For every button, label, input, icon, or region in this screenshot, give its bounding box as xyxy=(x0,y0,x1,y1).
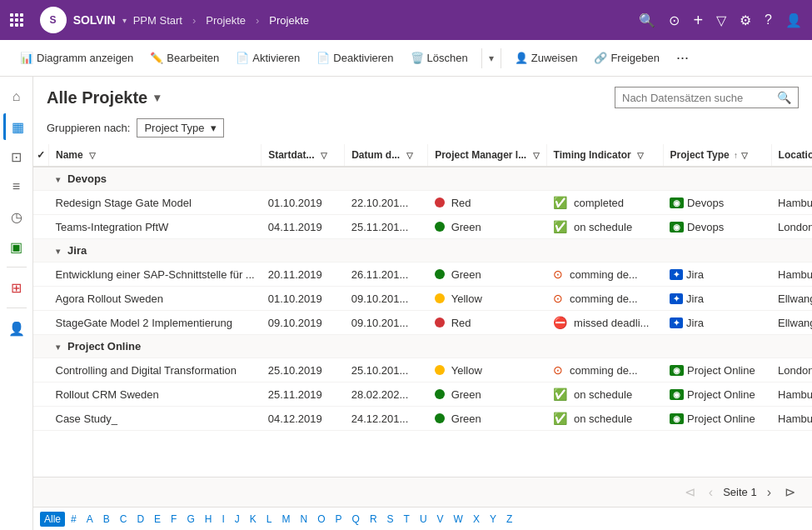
aktivieren-button[interactable]: 📄 Aktivieren xyxy=(229,48,306,68)
row-checkbox[interactable] xyxy=(33,311,49,335)
sidebar-windows-icon[interactable]: ⊞ xyxy=(3,274,30,301)
nav-ppm-start[interactable]: PPM Start xyxy=(133,14,182,27)
sidebar-person-icon[interactable]: 👤 xyxy=(3,315,30,342)
row-checkbox[interactable] xyxy=(33,358,49,382)
search-icon[interactable]: 🔍 xyxy=(639,12,655,28)
alpha-item-a[interactable]: A xyxy=(82,512,97,527)
manager-filter-icon[interactable]: ▽ xyxy=(533,151,540,160)
group-chevron-icon[interactable]: ▾ xyxy=(56,175,60,184)
search-submit-icon[interactable]: 🔍 xyxy=(777,91,791,104)
alpha-item-q[interactable]: Q xyxy=(348,512,364,527)
alpha-item-s[interactable]: S xyxy=(383,512,398,527)
logo-chevron[interactable]: ▾ xyxy=(122,16,127,25)
alpha-item-p[interactable]: P xyxy=(331,512,346,527)
row-checkbox[interactable] xyxy=(33,287,49,311)
alpha-item-i[interactable]: I xyxy=(217,512,228,527)
alpha-item-z[interactable]: Z xyxy=(502,512,516,527)
zuweisen-button[interactable]: 👤 Zuweisen xyxy=(508,48,585,68)
row-checkbox[interactable] xyxy=(33,191,49,215)
alpha-item-y[interactable]: Y xyxy=(486,512,501,527)
grouping-select[interactable]: Project Type ▾ xyxy=(137,118,224,138)
alpha-item-c[interactable]: C xyxy=(116,512,132,527)
title-chevron-icon[interactable]: ▾ xyxy=(154,91,160,104)
alpha-item-m[interactable]: M xyxy=(278,512,295,527)
settings-icon[interactable]: ⚙ xyxy=(740,12,751,28)
bearbeiten-button[interactable]: ✏️ Bearbeiten xyxy=(143,48,226,68)
row-checkbox[interactable] xyxy=(33,407,49,431)
more-options-button[interactable]: ··· xyxy=(670,46,695,70)
diagramm-anzeigen-button[interactable]: 📊 Diagramm anzeigen xyxy=(13,48,140,68)
table-row[interactable]: Teams-Integration PftW 04.11.2019 25.11.… xyxy=(33,215,812,239)
prev-page-button[interactable]: ‹ xyxy=(705,483,716,502)
alpha-item-g[interactable]: G xyxy=(182,512,198,527)
timing-icon: ⛔ xyxy=(553,316,567,329)
alpha-item-f[interactable]: F xyxy=(167,512,181,527)
sidebar-colorbox-icon[interactable]: ▣ xyxy=(3,233,30,260)
last-page-button[interactable]: ⊳ xyxy=(781,482,799,502)
alpha-item-u[interactable]: U xyxy=(416,512,431,527)
alpha-item-#[interactable]: # xyxy=(67,512,81,527)
next-page-button[interactable]: › xyxy=(764,483,775,502)
waffle-menu[interactable] xyxy=(10,13,23,27)
filter-icon[interactable]: ▽ xyxy=(716,12,726,28)
row-checkbox[interactable] xyxy=(33,215,49,239)
add-icon[interactable]: + xyxy=(693,11,703,30)
enddate-filter-icon[interactable]: ▽ xyxy=(406,151,413,160)
col-projecttype[interactable]: Project Type ↑▽ xyxy=(663,144,771,167)
alpha-item-alle[interactable]: Alle xyxy=(40,512,65,527)
dropdown-btn[interactable]: ▾ xyxy=(489,52,494,64)
alpha-item-j[interactable]: J xyxy=(231,512,244,527)
col-timing[interactable]: Timing Indicator ▽ xyxy=(546,144,663,167)
alpha-item-h[interactable]: H xyxy=(201,512,217,527)
alpha-item-t[interactable]: T xyxy=(400,512,414,527)
table-row[interactable]: Case Study_ 04.12.2019 24.12.201... Gree… xyxy=(33,407,812,431)
col-enddate[interactable]: Datum d... ▽ xyxy=(345,144,428,167)
col-manager[interactable]: Project Manager l... ▽ xyxy=(428,144,546,167)
alpha-item-v[interactable]: V xyxy=(433,512,448,527)
alpha-item-d[interactable]: D xyxy=(132,512,148,527)
col-startdate[interactable]: Startdat... ▽ xyxy=(262,144,345,167)
alpha-item-n[interactable]: N xyxy=(296,512,312,527)
table-row[interactable]: Controlling and Digital Transformation 2… xyxy=(33,358,812,382)
col-name[interactable]: Name ▽ xyxy=(49,144,262,167)
table-row[interactable]: Agora Rollout Sweden 01.10.2019 09.10.20… xyxy=(33,287,812,311)
first-page-button[interactable]: ⊲ xyxy=(681,482,699,502)
alpha-item-x[interactable]: X xyxy=(469,512,484,527)
alpha-item-b[interactable]: B xyxy=(99,512,114,527)
alpha-item-l[interactable]: L xyxy=(262,512,276,527)
alpha-item-k[interactable]: K xyxy=(246,512,261,527)
search-input[interactable] xyxy=(622,92,772,104)
target-icon[interactable]: ⊙ xyxy=(669,12,680,28)
user-icon[interactable]: 👤 xyxy=(785,12,802,28)
table-row[interactable]: Entwicklung einer SAP-Schnittstelle für … xyxy=(33,262,812,287)
alpha-item-e[interactable]: E xyxy=(150,512,165,527)
deaktivieren-button[interactable]: 📄 Deaktivieren xyxy=(310,48,400,68)
loeschen-button[interactable]: 🗑️ Löschen xyxy=(404,48,475,68)
alpha-item-o[interactable]: O xyxy=(313,512,329,527)
projecttype-filter-icon[interactable]: ▽ xyxy=(741,151,748,160)
sidebar-home-icon[interactable]: ⌂ xyxy=(3,83,30,110)
projecttype-icon: ✦ xyxy=(670,293,683,304)
freigeben-button[interactable]: 🔗 Freigeben xyxy=(587,48,666,68)
alpha-item-r[interactable]: R xyxy=(366,512,381,527)
timing-filter-icon[interactable]: ▽ xyxy=(637,151,644,160)
row-checkbox[interactable] xyxy=(33,262,49,287)
sidebar-list-icon[interactable]: ≡ xyxy=(3,173,30,200)
table-row[interactable]: Redesign Stage Gate Model 01.10.2019 22.… xyxy=(33,191,812,215)
table-row[interactable]: StageGate Model 2 Implementierung 09.10.… xyxy=(33,311,812,335)
projecttype-sort-icon[interactable]: ↑ xyxy=(734,151,738,160)
sidebar-grid-icon[interactable]: ▦ xyxy=(3,113,30,140)
help-icon[interactable]: ? xyxy=(765,12,772,28)
startdate-filter-icon[interactable]: ▽ xyxy=(321,151,327,160)
row-checkbox[interactable] xyxy=(33,382,49,407)
sidebar-clock-icon[interactable]: ◷ xyxy=(3,203,30,230)
nav-projekte1[interactable]: Projekte xyxy=(206,14,246,27)
table-row[interactable]: Rollout CRM Sweden 25.11.2019 28.02.202.… xyxy=(33,382,812,407)
row-enddate: 28.02.202... xyxy=(345,382,428,407)
row-timing-status: ⛔ missed deadli... xyxy=(546,311,663,335)
name-filter-icon[interactable]: ▽ xyxy=(89,151,96,160)
group-chevron-icon[interactable]: ▾ xyxy=(56,342,60,352)
group-chevron-icon[interactable]: ▾ xyxy=(56,247,60,256)
alpha-item-w[interactable]: W xyxy=(450,512,467,527)
sidebar-shield-icon[interactable]: ⊡ xyxy=(3,143,30,170)
